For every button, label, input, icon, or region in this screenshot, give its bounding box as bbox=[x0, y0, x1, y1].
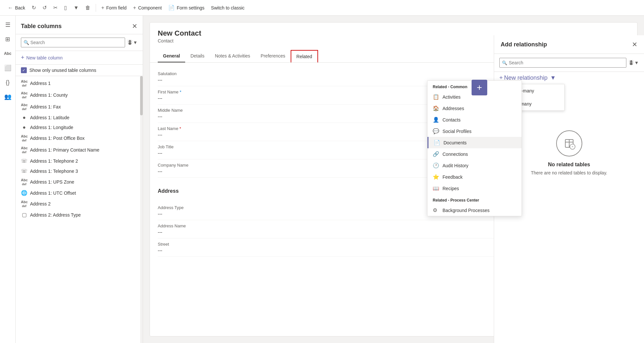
form-settings-icon: 📄 bbox=[168, 5, 175, 11]
cut-button[interactable]: ✂ bbox=[51, 3, 60, 12]
copy-button[interactable]: ▯ bbox=[61, 3, 70, 12]
column-list-inner: Abcdef Address 1 Abcdef Address 1: Count… bbox=[16, 76, 143, 221]
nav-shapes[interactable]: ⬜ bbox=[1, 61, 14, 74]
list-item[interactable]: Abcdef Address 1: Primary Contact Name bbox=[16, 144, 143, 156]
plus-icon: + bbox=[21, 54, 24, 61]
nav-hamburger[interactable]: ☰ bbox=[1, 18, 14, 31]
switch-classic-button[interactable]: Switch to classic bbox=[208, 4, 247, 12]
column-type-icon: ● bbox=[21, 115, 27, 121]
column-label: Address 1: UPS Zone bbox=[30, 179, 74, 185]
list-item[interactable]: ☏ Address 1: Telephone 2 bbox=[16, 156, 143, 166]
panel-close-button[interactable]: ✕ bbox=[632, 41, 637, 48]
column-label: Address 1: Latitude bbox=[30, 115, 70, 120]
form-settings-button[interactable]: 📄 Form settings bbox=[166, 3, 207, 12]
component-plus-icon: + bbox=[133, 5, 136, 11]
column-type-icon: 🌐 bbox=[21, 190, 27, 196]
scrollbar-track[interactable] bbox=[140, 76, 143, 343]
dropdown-background-processes[interactable]: ⚙ Background Processes bbox=[427, 204, 522, 216]
scrollbar-thumb[interactable] bbox=[140, 76, 143, 115]
form-field-label: Form field bbox=[106, 5, 126, 10]
dropdown-audit-history[interactable]: 🕐 Audit History bbox=[427, 160, 522, 171]
new-column-label: New table column bbox=[26, 55, 63, 60]
show-unused-label: Show only unused table columns bbox=[29, 68, 96, 73]
dropdown-addresses[interactable]: 🏠 Addresses bbox=[427, 103, 522, 114]
tab-preferences[interactable]: Preferences bbox=[255, 50, 290, 62]
column-label: Address 1: County bbox=[30, 92, 68, 98]
column-label: Address 1: Longitude bbox=[30, 125, 73, 130]
search-icon: 🔍 bbox=[24, 40, 29, 45]
list-item[interactable]: ● Address 1: Longitude bbox=[16, 122, 143, 132]
dropdown-documents[interactable]: 📄 Documents bbox=[427, 137, 522, 148]
search-wrap: 🔍 bbox=[21, 38, 125, 47]
tab-notes[interactable]: Notes & Activities bbox=[210, 50, 255, 62]
plus-icon: + bbox=[101, 5, 104, 11]
component-button[interactable]: + Component bbox=[131, 4, 165, 12]
column-label: Address 1: Fax bbox=[30, 104, 61, 109]
background-processes-icon: ⚙ bbox=[433, 207, 439, 213]
list-item[interactable]: Abcdef Address 1: Fax bbox=[16, 101, 143, 113]
back-button[interactable]: ← Back bbox=[5, 4, 28, 12]
sidebar-close-button[interactable]: ✕ bbox=[132, 22, 137, 30]
activities-icon: 📋 bbox=[433, 94, 439, 100]
tab-general[interactable]: General bbox=[158, 50, 185, 62]
list-item[interactable]: 🌐 Address 1: UTC Offset bbox=[16, 188, 143, 198]
show-unused-row: Show only unused table columns bbox=[16, 65, 143, 76]
column-label: Address 1: Primary Contact Name bbox=[30, 147, 99, 153]
list-item[interactable]: ☏ Address 1: Telephone 3 bbox=[16, 166, 143, 176]
addresses-icon: 🏠 bbox=[433, 105, 439, 111]
panel-search-icon: 🔍 bbox=[502, 60, 507, 65]
list-item[interactable]: Abcdef Address 2 bbox=[16, 198, 143, 210]
column-type-icon: Abcdef bbox=[21, 79, 27, 87]
nav-code[interactable]: {} bbox=[1, 76, 14, 89]
list-item[interactable]: Abcdef Address 1 bbox=[16, 77, 143, 89]
show-unused-checkbox[interactable] bbox=[21, 67, 27, 73]
filter-icon: ⛇ bbox=[629, 60, 634, 65]
chevron-down-icon: ▼ bbox=[73, 5, 79, 11]
column-label: Address 1 bbox=[30, 81, 51, 86]
nav-grid[interactable]: ⊞ bbox=[1, 33, 14, 46]
contacts-icon: 👤 bbox=[433, 117, 439, 123]
sidebar: Table columns ✕ 🔍 ⛇ ▼ + New table column… bbox=[16, 16, 143, 343]
filter-icon: ⛇ bbox=[128, 40, 132, 45]
redo-button[interactable]: ↺ bbox=[40, 3, 49, 12]
filter-button[interactable]: ⛇ ▼ bbox=[128, 40, 137, 45]
sidebar-search-bar: 🔍 ⛇ ▼ bbox=[16, 34, 143, 51]
chevron-down-icon: ▼ bbox=[550, 74, 556, 81]
dropdown-contacts[interactable]: 👤 Contacts bbox=[427, 114, 522, 125]
panel-header: Add relationship ✕ bbox=[494, 35, 644, 54]
add-relationship-button[interactable]: + bbox=[472, 80, 487, 95]
search-input[interactable] bbox=[21, 38, 125, 47]
column-type-icon: ☏ bbox=[21, 168, 27, 174]
column-type-icon: ● bbox=[21, 124, 27, 130]
list-item[interactable]: Abcdef Address 1: Post Office Box bbox=[16, 132, 143, 144]
dropdown-feedback[interactable]: ⭐ Feedback bbox=[427, 171, 522, 183]
add-icon: + bbox=[477, 82, 482, 93]
dropdown-button[interactable]: ▼ bbox=[71, 4, 81, 12]
column-type-icon: Abcdef bbox=[21, 178, 27, 186]
column-label: Address 1: Post Office Box bbox=[30, 136, 85, 141]
panel-filter-button[interactable]: ⛇ ▼ bbox=[629, 60, 639, 65]
column-list: Abcdef Address 1 Abcdef Address 1: Count… bbox=[16, 76, 143, 343]
column-label: Address 2 bbox=[30, 201, 51, 206]
main-layout: ☰ ⊞ Abc ⬜ {} 👥 Table columns ✕ 🔍 ⛇ ▼ + N… bbox=[0, 16, 644, 343]
list-item[interactable]: Abcdef Address 1: County bbox=[16, 89, 143, 101]
tab-details[interactable]: Details bbox=[185, 50, 210, 62]
panel-title: Add relationship bbox=[501, 41, 547, 48]
list-item[interactable]: ● Address 1: Latitude bbox=[16, 113, 143, 122]
delete-button[interactable]: 🗑 bbox=[83, 4, 93, 12]
undo-icon: ↻ bbox=[32, 5, 36, 11]
nav-text[interactable]: Abc bbox=[1, 47, 14, 60]
social-profiles-icon: 💬 bbox=[433, 128, 439, 134]
dropdown-connections[interactable]: 🔗 Connections bbox=[427, 148, 522, 160]
new-column-button[interactable]: + New table column bbox=[21, 54, 63, 61]
form-field-button[interactable]: + Form field bbox=[99, 4, 129, 12]
nav-people[interactable]: 👥 bbox=[1, 90, 14, 103]
panel-search-input[interactable] bbox=[499, 58, 626, 68]
filter-chevron-icon: ▼ bbox=[133, 40, 137, 45]
list-item[interactable]: Abcdef Address 1: UPS Zone bbox=[16, 176, 143, 188]
undo-button[interactable]: ↻ bbox=[29, 3, 39, 12]
dropdown-recipes[interactable]: 📖 Recipes bbox=[427, 183, 522, 194]
list-item[interactable]: ▢ Address 2: Address Type bbox=[16, 210, 143, 220]
tab-related[interactable]: Related bbox=[291, 50, 318, 62]
dropdown-social-profiles[interactable]: 💬 Social Profiles bbox=[427, 125, 522, 137]
